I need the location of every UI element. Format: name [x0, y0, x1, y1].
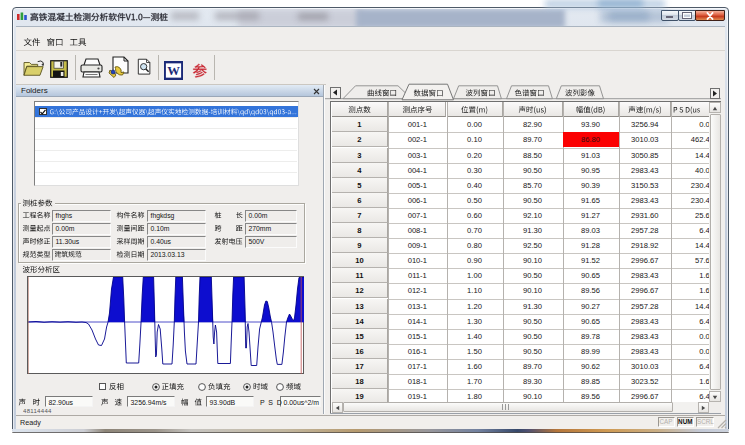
svg-text:W: W: [167, 64, 180, 78]
